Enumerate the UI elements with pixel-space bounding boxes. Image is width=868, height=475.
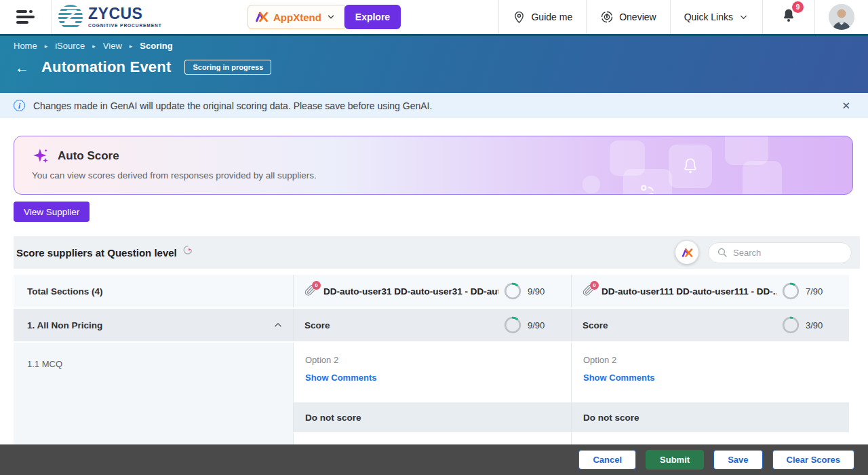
page-hero: Home ▸ iSource ▸ View ▸ Scoring ← Automa… <box>0 34 868 93</box>
section-row: 1. All Non Pricing Score 9/90 Score <box>14 309 849 341</box>
divider <box>51 0 52 34</box>
auto-score-title: Auto Score <box>58 149 119 163</box>
oneview-button[interactable]: Oneview <box>587 10 669 24</box>
breadcrumb-separator-icon: ▸ <box>45 43 48 50</box>
submit-button[interactable]: Submit <box>646 450 704 470</box>
decor-people-tile <box>623 169 672 195</box>
notification-badge: 9 <box>792 1 804 13</box>
panel-header: Score suppliers at Question level <box>14 236 860 269</box>
show-comments-link[interactable]: Show Comments <box>583 373 654 383</box>
genai-info-banner: i Changes made in GenAI will update the … <box>0 93 868 118</box>
do-not-score-cell[interactable]: Do not score <box>571 402 849 434</box>
answer-cell: Option 2 Show Comments <box>571 343 849 402</box>
save-button[interactable]: Save <box>713 450 762 470</box>
show-comments-link[interactable]: Show Comments <box>305 373 376 383</box>
question-row: 1.1 MCQ Option 2 Show Comments Option 2 … <box>14 343 849 444</box>
auto-score-description: You can view scores derived from respons… <box>32 170 317 180</box>
back-button[interactable]: ← <box>12 59 32 76</box>
appxtend-label: AppXtend <box>273 12 321 23</box>
chevron-down-icon <box>738 12 749 22</box>
attachment-icon[interactable]: 0 <box>583 284 596 299</box>
answer-value: Option 2 <box>583 355 849 365</box>
search-input[interactable] <box>733 248 835 258</box>
collapse-icon[interactable] <box>273 320 283 330</box>
notifications-button[interactable]: 9 <box>763 7 814 26</box>
status-badge: Scoring in progress <box>184 60 271 75</box>
decor-tile <box>743 161 782 195</box>
sparkle-icon <box>32 147 50 165</box>
breadcrumb-separator-icon: ▸ <box>92 43 96 50</box>
breadcrumb: Home ▸ iSource ▸ View ▸ Scoring <box>14 41 173 51</box>
page-title: Automation Event <box>41 58 171 76</box>
view-supplier-button[interactable]: View Supplier <box>14 202 90 222</box>
next-row-partial <box>571 434 849 444</box>
app-header: Z ZYCUS COGNITIVE PROCUREMENT AppXtend E… <box>0 0 868 34</box>
supplier-column-header[interactable]: 0 DD-auto-user31 DD-auto-user31 - DD-aut… <box>293 275 571 307</box>
supplier-score: 7/90 <box>806 286 831 297</box>
score-ring <box>504 316 521 334</box>
supplier-score: 9/90 <box>528 286 553 297</box>
attachment-count-badge: 0 <box>590 281 599 290</box>
appxtend-icon <box>255 10 269 24</box>
decor-bell-tile <box>669 145 712 188</box>
panel-title: Score suppliers at Question level <box>16 247 177 259</box>
section-label: 1. All Non Pricing <box>27 320 102 330</box>
user-avatar[interactable] <box>829 4 854 30</box>
quick-links-dropdown[interactable]: Quick Links <box>671 12 762 22</box>
section-score-cell: Score 9/90 <box>293 309 571 341</box>
do-not-score-cell[interactable]: Do not score <box>293 402 571 434</box>
divider <box>814 0 815 34</box>
breadcrumb-home[interactable]: Home <box>14 41 37 51</box>
scoring-table: Total Sections (4) 0 DD-auto-user31 DD-a… <box>14 275 849 444</box>
answer-cell: Option 2 Show Comments <box>293 343 571 402</box>
banner-message: Changes made in GenAI will update the or… <box>33 100 432 111</box>
avatar-photo <box>829 4 854 30</box>
score-refresh-icon <box>182 244 194 256</box>
section-score-cell: Score 3/90 <box>571 309 849 341</box>
breadcrumb-scoring: Scoring <box>140 41 172 51</box>
zycus-globe-icon: Z <box>58 5 83 29</box>
section-score: 3/90 <box>806 320 831 330</box>
guide-me-button[interactable]: Guide me <box>499 11 586 24</box>
info-icon: i <box>14 100 25 111</box>
next-row-partial <box>293 434 571 444</box>
action-footer: Cancel Submit Save Clear Scores <box>0 444 868 475</box>
breadcrumb-separator-icon: ▸ <box>130 43 133 50</box>
brand-name: ZYCUS <box>88 6 162 22</box>
score-ring <box>782 316 800 334</box>
breadcrumb-view[interactable]: View <box>103 41 122 51</box>
supplier-name: DD-auto-user31 DD-auto-user31 - DD-aut..… <box>323 286 498 297</box>
close-icon[interactable]: ✕ <box>837 98 854 113</box>
supplier-name: DD-auto-user111 DD-auto-user111 - DD-... <box>601 286 776 297</box>
clear-scores-button[interactable]: Clear Scores <box>772 450 855 470</box>
zycus-logo[interactable]: Z ZYCUS COGNITIVE PROCUREMENT <box>58 5 162 29</box>
guide-me-icon <box>513 11 526 24</box>
chevron-down-icon <box>326 12 336 22</box>
cancel-button[interactable]: Cancel <box>578 450 636 470</box>
score-ring <box>504 282 521 300</box>
decor-tile <box>583 176 600 193</box>
attachment-icon[interactable]: 0 <box>304 284 318 299</box>
supplier-column-header[interactable]: 0 DD-auto-user111 DD-auto-user111 - DD-.… <box>571 275 849 307</box>
score-ring <box>782 282 800 300</box>
section-score: 9/90 <box>528 320 553 330</box>
people-sync-icon <box>636 181 659 195</box>
total-sections-header: Total Sections (4) <box>27 286 103 297</box>
answer-value: Option 2 <box>305 355 571 365</box>
section-cell[interactable]: 1. All Non Pricing <box>14 309 293 341</box>
search-icon <box>717 247 728 258</box>
attachment-count-badge: 0 <box>312 281 321 290</box>
bell-outline-icon <box>680 156 701 176</box>
explore-button[interactable]: Explore <box>344 5 401 29</box>
appxtend-icon <box>682 247 693 259</box>
appxtend-fab[interactable] <box>675 241 698 264</box>
brand-tagline: COGNITIVE PROCUREMENT <box>88 23 162 28</box>
question-label: 1.1 MCQ <box>14 343 293 444</box>
menu-icon[interactable] <box>16 7 35 26</box>
oneview-icon <box>600 10 614 24</box>
appxtend-dropdown[interactable]: AppXtend <box>248 5 344 29</box>
table-header-row: Total Sections (4) 0 DD-auto-user31 DD-a… <box>14 275 849 307</box>
breadcrumb-isource[interactable]: iSource <box>55 41 85 51</box>
auto-score-card: Auto Score You can view scores derived f… <box>14 136 853 195</box>
search-box[interactable] <box>708 242 852 263</box>
